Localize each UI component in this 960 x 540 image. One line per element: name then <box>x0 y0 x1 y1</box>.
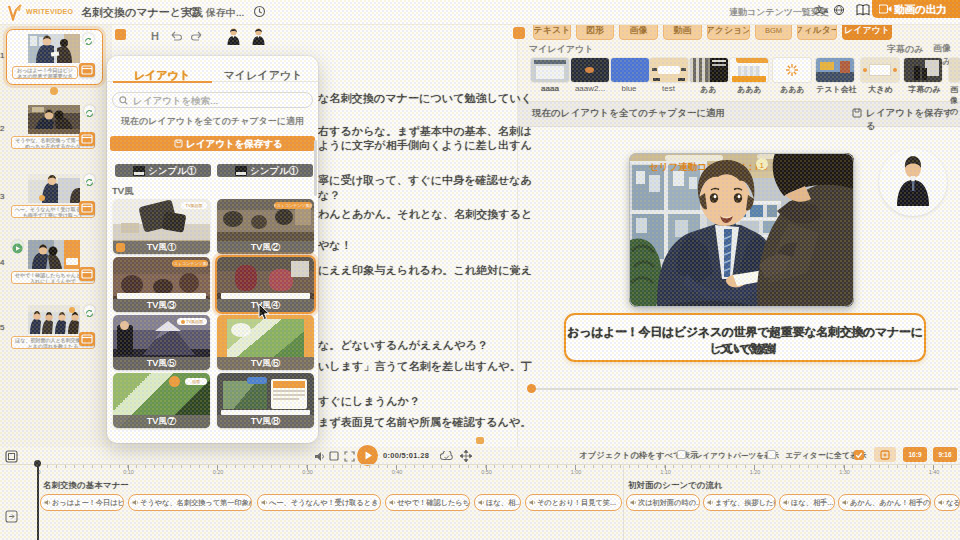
svg-text:1: 1 <box>760 161 765 170</box>
